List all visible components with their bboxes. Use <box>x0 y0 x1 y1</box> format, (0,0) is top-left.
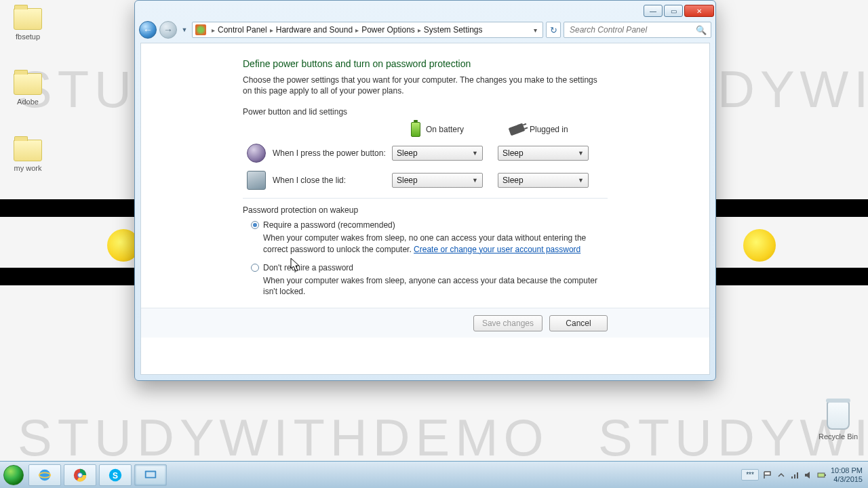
desktop-folder[interactable]: Adobe <box>4 73 52 106</box>
radio-no-password[interactable] <box>251 264 259 272</box>
tray-volume-icon[interactable] <box>804 470 813 480</box>
taskbar-control-panel[interactable] <box>134 464 167 486</box>
tray-date: 4/3/2015 <box>831 475 863 483</box>
breadcrumb-control-panel[interactable]: Control Panel <box>218 25 267 35</box>
breadcrumb-hardware-sound[interactable]: Hardware and Sound <box>276 25 353 35</box>
window-titlebar[interactable]: — ▭ ✕ <box>135 1 715 20</box>
power-button-plugged-select[interactable]: Sleep <box>498 146 589 161</box>
breadcrumb-sep: ▸ <box>355 26 359 34</box>
radio-no-password-label: Don't require a password <box>263 263 353 272</box>
column-plugged-in: Plugged in <box>530 125 568 134</box>
desktop-icon-label: fbsetup <box>16 33 40 41</box>
recycle-bin[interactable]: Recycle Bin <box>818 401 859 441</box>
address-dropdown[interactable]: ▾ <box>531 26 540 34</box>
section-password-protection: Password protection on wakeup <box>243 205 608 215</box>
svg-rect-10 <box>825 474 826 476</box>
tray-flag-icon[interactable] <box>763 470 772 480</box>
divider <box>243 198 608 199</box>
start-button[interactable] <box>0 462 27 489</box>
tray-network-icon[interactable] <box>790 470 800 480</box>
svg-text:S: S <box>113 470 118 480</box>
create-change-password-link[interactable]: Create or change your user account passw… <box>414 245 580 254</box>
system-tray[interactable]: *** 10:08 PM 4/3/2015 <box>741 466 868 483</box>
maximize-button[interactable]: ▭ <box>664 5 683 17</box>
power-button-icon <box>247 144 266 163</box>
desktop-icon-label: my work <box>14 164 42 172</box>
breadcrumb-sep: ▸ <box>212 26 215 34</box>
tray-chevron-up-icon[interactable] <box>776 470 786 480</box>
taskbar-skype[interactable]: S <box>99 464 132 486</box>
desktop-folder[interactable]: my work <box>4 140 52 172</box>
recycle-bin-label: Recycle Bin <box>818 432 858 441</box>
watermark: STUDYWITHDEMO <box>18 408 549 467</box>
column-on-battery: On battery <box>426 125 464 134</box>
radio-require-password-label: Require a password (recommended) <box>263 220 395 230</box>
no-password-desc: When your computer wakes from sleep, any… <box>263 275 608 297</box>
lid-plugged-select[interactable]: Sleep <box>498 173 589 188</box>
cancel-button[interactable]: Cancel <box>549 315 608 331</box>
lid-close-label: When I close the lid: <box>273 176 392 185</box>
search-input[interactable] <box>568 24 696 35</box>
svg-point-4 <box>78 473 82 477</box>
windows-orb-icon <box>3 465 24 485</box>
svg-rect-9 <box>818 473 825 477</box>
save-changes-button: Save changes <box>473 315 542 331</box>
desktop-folder[interactable]: fbsetup <box>4 8 52 41</box>
search-icon: 🔍 <box>696 25 707 35</box>
language-indicator[interactable]: *** <box>741 469 759 481</box>
window-client-area: Define power buttons and turn on passwor… <box>140 43 710 375</box>
desktop: STUDYWITHDEMO STUDYWITHDEMO STUDYWITHDEM… <box>0 0 868 488</box>
breadcrumb-sep: ▸ <box>270 26 273 34</box>
recycle-bin-icon <box>827 401 850 430</box>
page-heading: Define power buttons and turn on passwor… <box>243 58 608 69</box>
lid-battery-select[interactable]: Sleep <box>392 173 483 188</box>
refresh-button[interactable]: ↻ <box>546 22 561 38</box>
battery-icon <box>411 122 420 137</box>
svg-rect-8 <box>146 472 155 476</box>
close-button[interactable]: ✕ <box>684 5 714 17</box>
folder-icon <box>14 140 42 161</box>
tray-battery-icon[interactable] <box>817 470 827 480</box>
page-intro: Choose the power settings that you want … <box>243 75 608 96</box>
power-button-battery-select[interactable]: Sleep <box>392 146 483 161</box>
minimize-button[interactable]: — <box>644 5 663 17</box>
address-bar-row: ← → ▼ ▸ Control Panel ▸ Hardware and Sou… <box>139 20 711 40</box>
nav-back-button[interactable]: ← <box>139 21 157 39</box>
nav-forward-button: → <box>159 21 177 39</box>
section-power-button-lid: Power button and lid settings <box>243 107 608 117</box>
radio-require-password[interactable] <box>251 221 259 229</box>
control-panel-icon <box>195 24 206 35</box>
plug-icon <box>509 123 526 136</box>
tray-time: 10:08 PM <box>831 466 863 474</box>
taskbar-chrome[interactable] <box>64 464 96 486</box>
breadcrumb-power-options[interactable]: Power Options <box>361 25 415 35</box>
taskbar[interactable]: S *** 10:08 PM 4/3/2015 <box>0 461 868 488</box>
breadcrumb-sep: ▸ <box>418 26 421 34</box>
nav-history-dropdown[interactable]: ▼ <box>180 21 189 39</box>
control-panel-window: — ▭ ✕ ← → ▼ ▸ Control Panel ▸ Hardware a… <box>134 0 716 381</box>
desktop-icon-label: Adobe <box>17 98 39 106</box>
svg-point-0 <box>39 469 51 481</box>
power-button-label: When I press the power button: <box>273 148 392 158</box>
lid-icon <box>247 171 266 190</box>
wallpaper-sun <box>743 229 776 262</box>
tray-clock[interactable]: 10:08 PM 4/3/2015 <box>831 466 863 483</box>
folder-icon <box>14 8 42 30</box>
footer-bar: Save changes Cancel <box>141 308 709 338</box>
breadcrumb-system-settings[interactable]: System Settings <box>424 25 483 35</box>
taskbar-ie[interactable] <box>28 464 61 486</box>
search-box[interactable]: 🔍 <box>564 22 711 38</box>
folder-icon <box>14 73 42 95</box>
address-bar[interactable]: ▸ Control Panel ▸ Hardware and Sound ▸ P… <box>192 22 543 38</box>
